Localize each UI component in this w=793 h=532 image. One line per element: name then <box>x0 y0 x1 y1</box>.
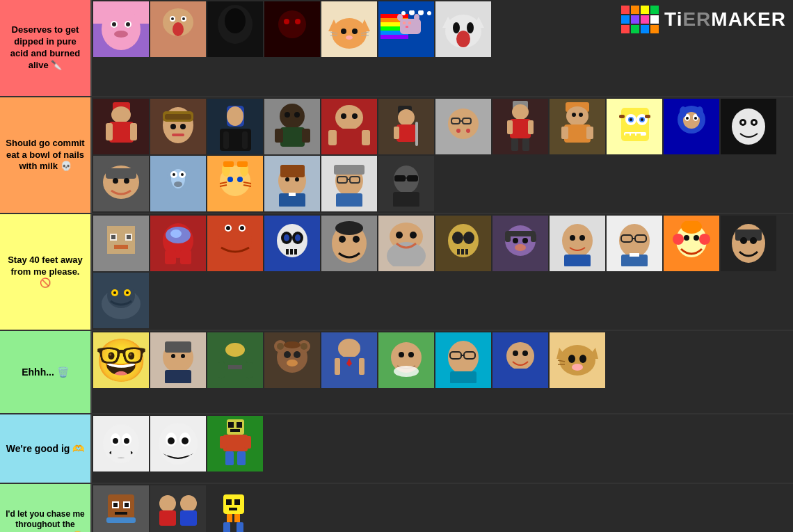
svg-point-287 <box>568 355 575 363</box>
svg-rect-99 <box>561 127 568 139</box>
svg-point-191 <box>295 234 301 241</box>
svg-point-201 <box>387 242 426 266</box>
svg-point-186 <box>240 226 244 230</box>
list-item <box>264 156 320 211</box>
svg-rect-326 <box>226 499 232 505</box>
list-item <box>664 99 719 154</box>
tier-label-s: Deserves to get dipped in pure acid and … <box>0 0 90 96</box>
list-item <box>607 99 662 154</box>
list-item <box>321 99 377 154</box>
svg-point-21 <box>341 29 346 34</box>
svg-point-0 <box>102 8 141 50</box>
list-item <box>378 216 434 271</box>
svg-point-13 <box>225 8 246 33</box>
list-item <box>550 332 605 388</box>
list-item <box>150 416 206 471</box>
svg-rect-114 <box>619 115 625 118</box>
svg-rect-213 <box>505 234 511 242</box>
tier-label-d: We're good ig 🫶 <box>0 414 90 483</box>
svg-rect-130 <box>106 168 136 179</box>
svg-point-262 <box>294 351 301 358</box>
svg-point-229 <box>673 234 684 245</box>
list-item <box>321 332 377 388</box>
svg-point-289 <box>572 364 583 371</box>
svg-point-41 <box>409 10 415 15</box>
svg-point-236 <box>740 237 747 244</box>
svg-rect-33 <box>381 35 408 39</box>
svg-point-219 <box>570 235 575 241</box>
svg-point-15 <box>278 10 306 38</box>
svg-rect-329 <box>227 514 232 522</box>
svg-point-59 <box>180 124 186 129</box>
svg-point-302 <box>168 437 175 444</box>
svg-point-272 <box>399 352 404 357</box>
svg-point-155 <box>295 177 299 182</box>
list-item <box>93 99 149 154</box>
svg-rect-221 <box>564 255 591 266</box>
svg-point-124 <box>732 108 765 145</box>
svg-rect-283 <box>507 369 534 382</box>
svg-rect-177 <box>180 250 191 264</box>
svg-point-108 <box>630 118 632 121</box>
list-item <box>721 216 776 271</box>
svg-point-101 <box>572 113 576 117</box>
svg-point-76 <box>341 113 346 119</box>
svg-rect-75 <box>362 130 370 145</box>
svg-rect-322 <box>159 510 176 526</box>
svg-rect-193 <box>286 249 289 255</box>
tier-row-e: I'd let you chase me throughout the whol… <box>0 484 793 532</box>
svg-point-274 <box>394 366 419 377</box>
svg-rect-176 <box>165 250 176 264</box>
svg-point-146 <box>227 177 233 182</box>
svg-point-232 <box>684 235 689 241</box>
svg-rect-235 <box>735 229 762 241</box>
svg-rect-57 <box>165 114 191 120</box>
list-item <box>93 1 149 57</box>
svg-point-264 <box>284 341 301 348</box>
svg-rect-252 <box>218 362 225 378</box>
svg-rect-210 <box>465 249 468 255</box>
svg-rect-312 <box>225 451 234 465</box>
svg-rect-227 <box>630 253 639 257</box>
svg-point-5 <box>114 31 128 38</box>
svg-rect-270 <box>359 358 365 375</box>
svg-rect-140 <box>168 190 188 204</box>
svg-point-66 <box>280 104 305 129</box>
svg-rect-248 <box>165 370 191 383</box>
svg-point-205 <box>452 232 463 244</box>
list-item <box>321 1 377 57</box>
list-item <box>207 416 263 471</box>
list-item <box>93 216 149 271</box>
list-item <box>378 156 434 211</box>
svg-point-139 <box>174 182 182 187</box>
svg-point-72 <box>335 105 363 130</box>
svg-rect-115 <box>645 115 650 118</box>
list-item <box>264 332 320 388</box>
svg-rect-81 <box>394 127 399 139</box>
svg-point-296 <box>124 438 129 444</box>
list-item <box>378 1 434 57</box>
svg-rect-100 <box>586 127 593 139</box>
svg-rect-318 <box>125 503 129 507</box>
svg-rect-168 <box>393 192 419 207</box>
list-item <box>550 216 605 271</box>
tier-label-c: Ehhh... 🗑️ <box>0 331 90 413</box>
svg-rect-314 <box>108 494 134 519</box>
svg-rect-166 <box>407 175 418 182</box>
svg-point-17 <box>295 19 301 24</box>
svg-point-242 <box>113 291 116 294</box>
svg-point-217 <box>515 244 526 251</box>
svg-point-250 <box>225 343 245 357</box>
svg-point-23 <box>346 35 353 40</box>
svg-point-131 <box>113 178 118 184</box>
svg-rect-82 <box>415 122 418 146</box>
list-item <box>378 332 434 388</box>
svg-rect-111 <box>625 134 630 136</box>
svg-point-220 <box>579 235 585 241</box>
svg-rect-34 <box>400 19 421 34</box>
svg-rect-93 <box>528 120 534 134</box>
svg-rect-311 <box>244 436 251 449</box>
list-item <box>378 99 434 154</box>
svg-point-138 <box>181 173 184 176</box>
svg-point-51 <box>111 106 131 123</box>
